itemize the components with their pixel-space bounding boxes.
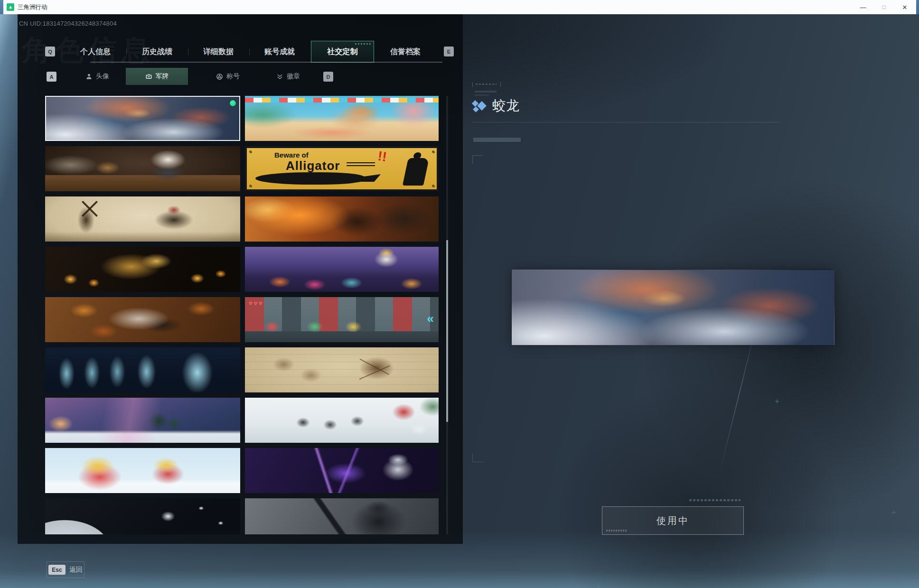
detail-divider (472, 122, 780, 122)
subtab-avatar[interactable]: 头像 (71, 68, 123, 85)
sub-tab-bar: A 头像 军牌 称号 徽章 D (0, 68, 445, 85)
banner-tile-coffee-shop-girl[interactable] (45, 146, 240, 191)
player-uid: CN UID:183147204326248374804 (19, 20, 117, 27)
tab-reputation[interactable]: 信誉档案 (375, 41, 436, 63)
selected-item-name: 蛟龙 (492, 97, 520, 115)
tab-achievements[interactable]: 账号成就 (249, 41, 310, 63)
rivet (432, 185, 434, 187)
banner-preview-image (511, 270, 835, 345)
badge-icon (276, 73, 283, 80)
rivet (249, 185, 252, 187)
key-hint-e: E (444, 47, 454, 56)
rivet (249, 150, 252, 153)
detail-deco-stat (473, 138, 521, 142)
banner-tile-jiaolong-dragon[interactable] (45, 96, 240, 141)
minimize-button[interactable]: — (853, 0, 873, 14)
banner-tile-pixel-train[interactable] (245, 297, 439, 342)
back-label: 返回 (69, 566, 83, 574)
banner-tile-tesla-lab[interactable] (245, 448, 439, 493)
banner-tile-beware-of-alligator[interactable]: Beware of Alligator !! (245, 146, 439, 191)
running-soldier-silhouette (403, 158, 429, 186)
detail-deco-line (475, 94, 489, 96)
banner-tile-christmas-night[interactable] (45, 398, 240, 443)
plus-marker: + (596, 582, 601, 588)
plus-marker: + (775, 397, 779, 406)
equipped-indicator (230, 100, 236, 106)
frame-corner-bottom (472, 453, 483, 462)
tab-personal-info[interactable]: 个人信息 (65, 41, 126, 63)
banner-tile-fries-characters[interactable] (45, 448, 240, 493)
subtab-label: 称号 (226, 72, 240, 81)
subtab-label: 军牌 (156, 72, 169, 81)
banner-tile-windmill-knight[interactable] (45, 196, 240, 242)
window-controls: — □ ✕ (853, 0, 915, 14)
banner-tile-xray-skeletons[interactable] (45, 347, 240, 392)
key-hint-a: A (47, 72, 56, 82)
detail-deco-caption (472, 82, 501, 87)
rivet (432, 150, 434, 153)
banner-tile-beach-bbq[interactable] (245, 96, 439, 141)
scrollbar-thumb[interactable] (446, 240, 448, 422)
subtab-badge[interactable]: 徽章 (262, 68, 314, 85)
button-deco-ticks (606, 530, 627, 532)
close-button[interactable]: ✕ (894, 0, 915, 14)
banner-tile-astronaut-moon[interactable] (45, 498, 240, 534)
maximize-button[interactable]: □ (873, 0, 894, 14)
title-icon (216, 73, 223, 80)
key-hint-d: D (323, 72, 333, 82)
game-background: + + + 角色信息 CN UID:183147204326248374804 … (0, 14, 919, 588)
banner-tile-davinci-sketch[interactable] (245, 347, 439, 392)
back-control[interactable]: Esc 返回 (47, 561, 84, 578)
plus-marker: + (891, 508, 896, 517)
alligator-warning-marks: !! (377, 149, 388, 165)
banner-tile-golden-swan[interactable] (45, 247, 240, 292)
dogtag-icon (145, 73, 152, 80)
alligator-text-line2: Alligator (286, 159, 340, 173)
window-title: 三角洲行动 (18, 3, 47, 11)
frame-corner-top (472, 155, 483, 164)
tab-detail-stats[interactable]: 详细数据 (188, 41, 249, 63)
speed-lines (347, 162, 375, 166)
alligator-text-line1: Beware of (274, 151, 309, 159)
key-hint-q: Q (45, 47, 55, 56)
tab-social-custom[interactable]: 社交定制 (311, 41, 374, 63)
subtab-label: 徽章 (287, 72, 300, 81)
banner-tile-day-of-the-dead[interactable] (245, 247, 439, 292)
window-titlebar: ▲ 三角洲行动 — □ ✕ (0, 0, 919, 14)
banner-tile-autumn-hand[interactable] (45, 297, 240, 342)
banner-tile-gray-soldier[interactable] (245, 498, 439, 534)
dogtag-banner-grid: Beware of Alligator !! (45, 96, 439, 534)
right-edge-accent (916, 0, 919, 14)
subtab-label: 头像 (96, 72, 109, 81)
subtab-dogtag[interactable]: 军牌 (126, 68, 188, 85)
rarity-diamonds-icon (472, 99, 487, 113)
tab-history[interactable]: 历史战绩 (126, 41, 188, 63)
avatar-icon (85, 73, 93, 80)
button-deco-note (689, 499, 741, 501)
detail-deco-line (475, 91, 497, 93)
main-tab-bar: Q 个人信息 历史战绩 详细数据 账号成就 社交定制 信誉档案 E (0, 41, 919, 63)
tab-underline (90, 62, 442, 63)
banner-tile-snowball-fight[interactable] (245, 398, 439, 443)
in-use-button[interactable]: 使用中 (602, 506, 744, 535)
alligator-silhouette (255, 172, 365, 185)
in-use-label: 使用中 (656, 514, 689, 527)
subtab-title[interactable]: 称号 (199, 68, 256, 85)
left-edge-accent (0, 0, 3, 14)
esc-key-badge: Esc (48, 565, 66, 575)
grid-scrollbar[interactable] (446, 96, 448, 534)
selected-item-header: 蛟龙 (472, 97, 520, 115)
banner-tile-flamethrower-squad[interactable] (245, 196, 439, 242)
app-logo-icon: ▲ (7, 3, 14, 11)
